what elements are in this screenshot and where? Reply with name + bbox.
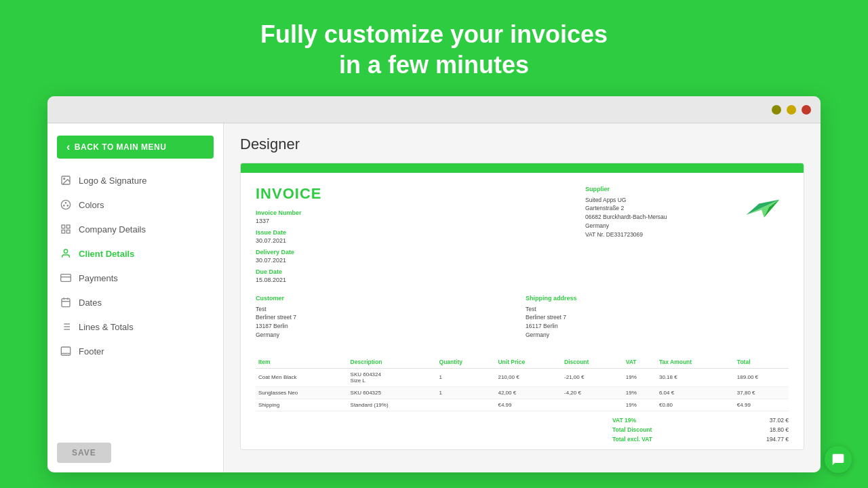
- discount-total-value: 18.80 €: [770, 426, 789, 433]
- traffic-light-yellow[interactable]: [787, 105, 796, 115]
- col-total: Total: [734, 356, 789, 369]
- row-quantity: 1: [437, 386, 496, 399]
- footer-icon: [60, 345, 72, 357]
- supplier-name: Suited Apps UG: [585, 196, 734, 205]
- invoice-preview: INVOICE Invoice Number 1337 Issue Date 3…: [240, 163, 804, 450]
- shipping-label: Shipping address: [526, 294, 789, 304]
- svg-rect-13: [62, 299, 70, 307]
- row-total: 37,80 €: [734, 386, 789, 399]
- col-tax-amount: Tax Amount: [656, 356, 734, 369]
- supplier-vat: VAT Nr. DE331723069: [585, 230, 734, 239]
- customer-country: Germany: [256, 331, 519, 340]
- hero-line1: Fully customize your invoices: [260, 20, 608, 48]
- sidebar-item-dates[interactable]: Dates: [47, 290, 223, 314]
- row-unit-price: €4.99: [495, 399, 561, 411]
- invoice-header-bar: [241, 163, 804, 173]
- vat-total-row: VAT 19% 37.02 €: [612, 417, 789, 424]
- sidebar-item-lines-totals[interactable]: Lines & Totals: [47, 314, 223, 339]
- sidebar-item-label: Client Details: [79, 249, 134, 259]
- sidebar-item-label: Payments: [79, 273, 118, 283]
- row-total: €4.99: [734, 399, 789, 411]
- discount-total-label: Total Discount: [612, 426, 652, 433]
- sidebar-item-colors[interactable]: Colors: [47, 192, 223, 217]
- svg-rect-9: [62, 230, 65, 233]
- row-unit-price: 42,00 €: [495, 386, 561, 399]
- invoice-number-label: Invoice Number: [256, 209, 572, 216]
- svg-rect-6: [62, 225, 65, 228]
- svg-point-3: [65, 203, 66, 203]
- page-title: Designer: [240, 136, 804, 153]
- row-description: Standard (19%): [348, 399, 437, 411]
- shipping-address: Berliner street 7: [526, 313, 789, 322]
- svg-rect-23: [61, 347, 70, 355]
- invoice-right: Supplier Suited Apps UG Gartenstraße 2 0…: [585, 185, 789, 283]
- row-vat: 19%: [623, 386, 656, 399]
- table-row: Shipping Standard (19%) €4.99 19% €0.80 …: [256, 399, 789, 411]
- chat-icon: [831, 453, 845, 466]
- sidebar-item-footer[interactable]: Footer: [47, 339, 223, 363]
- supplier-info: Supplier Suited Apps UG Gartenstraße 2 0…: [585, 185, 734, 283]
- row-item: Sunglasses Neo: [256, 386, 348, 399]
- supplier-country: Germany: [585, 222, 734, 230]
- customer-shipping-section: Customer Test Berliner street 7 13187 Be…: [256, 294, 789, 346]
- main-content: Designer INVOICE Invoice Number 1337 Iss…: [224, 123, 821, 472]
- sidebar-item-label: Dates: [79, 298, 102, 308]
- title-bar: [47, 96, 821, 123]
- row-description: SKU 604325: [348, 386, 437, 399]
- sidebar-item-logo-signature[interactable]: Logo & Signature: [47, 168, 223, 192]
- sidebar: BACK TO MAIN MENU Logo & Signature Color…: [47, 123, 224, 472]
- row-tax-amount: €0.80: [656, 399, 734, 411]
- customer-address: Berliner street 7: [256, 313, 519, 322]
- col-unit-price: Unit Price: [495, 356, 561, 369]
- back-to-main-menu-button[interactable]: BACK TO MAIN MENU: [57, 136, 214, 159]
- app-window: BACK TO MAIN MENU Logo & Signature Color…: [47, 96, 821, 472]
- save-button[interactable]: SAVE: [57, 443, 111, 463]
- row-discount: -21,00 €: [561, 368, 623, 386]
- invoice-table: Item Description Quantity Unit Price Dis…: [256, 356, 789, 411]
- card-icon: [60, 272, 72, 284]
- svg-point-10: [64, 249, 67, 253]
- traffic-lights: [772, 105, 811, 115]
- row-unit-price: 210,00 €: [495, 368, 561, 386]
- row-discount: -4,20 €: [561, 386, 623, 399]
- save-area: SAVE: [47, 433, 223, 472]
- col-vat: VAT: [623, 356, 656, 369]
- sidebar-item-payments[interactable]: Payments: [47, 266, 223, 290]
- sidebar-item-label: Colors: [79, 200, 104, 210]
- table-row: Sunglasses Neo SKU 604325 1 42,00 € -4,2…: [256, 386, 789, 399]
- sidebar-item-client-details[interactable]: Client Details: [47, 241, 223, 266]
- supplier-label: Supplier: [585, 185, 734, 195]
- invoice-number-value: 1337: [256, 218, 572, 224]
- svg-marker-25: [747, 200, 780, 218]
- row-description: SKU 604324Size L: [348, 368, 437, 386]
- customer-postal: 13187 Berlin: [256, 322, 519, 331]
- vat-total-label: VAT 19%: [612, 417, 636, 424]
- hero-heading: Fully customize your invoices in a few m…: [260, 0, 608, 96]
- app-body: BACK TO MAIN MENU Logo & Signature Color…: [47, 123, 821, 472]
- traffic-light-green[interactable]: [772, 105, 781, 115]
- discount-total-row: Total Discount 18.80 €: [612, 426, 789, 433]
- svg-rect-7: [66, 225, 70, 228]
- sidebar-item-company-details[interactable]: Company Details: [47, 217, 223, 241]
- issue-date-label: Issue Date: [256, 229, 572, 236]
- invoice-logo: [741, 185, 789, 283]
- traffic-light-red[interactable]: [802, 105, 811, 115]
- calendar-icon: [60, 296, 72, 308]
- invoice-totals: VAT 19% 37.02 € Total Discount 18.80 € T…: [256, 417, 789, 443]
- row-discount: [561, 399, 623, 411]
- col-quantity: Quantity: [437, 356, 496, 369]
- chat-button[interactable]: [825, 446, 852, 473]
- invoice-top-section: INVOICE Invoice Number 1337 Issue Date 3…: [256, 185, 789, 283]
- logo-plane-icon: [741, 188, 782, 222]
- sidebar-item-label: Footer: [79, 346, 104, 357]
- shipping-box: Shipping address Test Berliner street 7 …: [526, 294, 789, 340]
- excl-vat-value: 194.77 €: [766, 436, 789, 443]
- sidebar-item-label: Lines & Totals: [79, 322, 134, 332]
- image-icon: [60, 174, 72, 186]
- row-vat: 19%: [623, 399, 656, 411]
- issue-date-value: 30.07.2021: [256, 237, 572, 244]
- list-icon: [60, 321, 72, 333]
- svg-rect-11: [61, 274, 71, 282]
- row-vat: 19%: [623, 368, 656, 386]
- svg-point-4: [64, 205, 64, 206]
